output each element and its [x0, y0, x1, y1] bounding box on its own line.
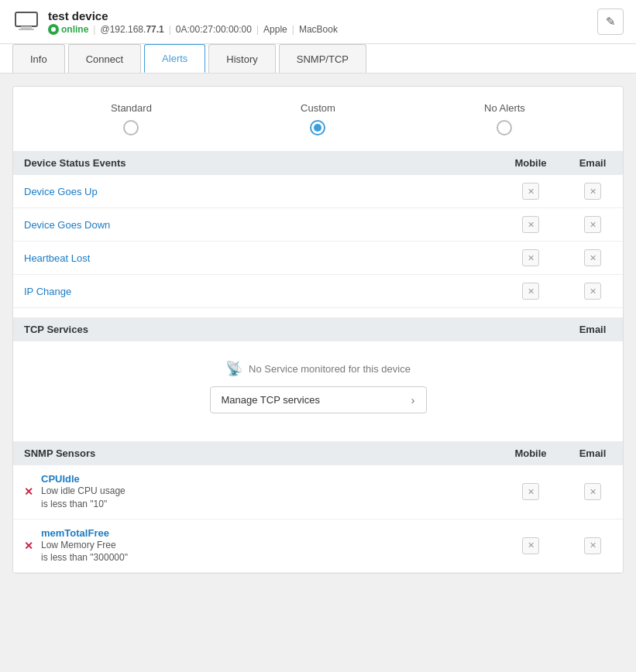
snmp-title: SNMP Sensors — [24, 447, 95, 459]
device-status-cols: Mobile Email — [511, 157, 612, 169]
memtotalfree-email-cell: ✕ — [573, 537, 612, 554]
snmp-memtotalfree-desc1: Low Memory Free — [41, 540, 116, 550]
goes-up-email-checkbox[interactable]: ✕ — [584, 183, 601, 200]
snmp-cpuidle-checkboxes: ✕ ✕ — [511, 483, 612, 500]
snmp-memtotalfree-checkboxes: ✕ ✕ — [511, 537, 612, 554]
tab-alerts[interactable]: Alerts — [144, 44, 205, 73]
tab-history[interactable]: History — [208, 44, 275, 73]
tab-connect[interactable]: Connect — [68, 44, 141, 73]
edit-icon: ✎ — [606, 15, 616, 29]
goes-down-email-checkbox[interactable]: ✕ — [584, 216, 601, 233]
goes-down-mobile-checkbox[interactable]: ✕ — [522, 216, 539, 233]
vendor1: Apple — [263, 24, 287, 35]
event-checkboxes-goes-up: ✕ ✕ — [511, 183, 612, 200]
radio-custom-input[interactable] — [310, 120, 325, 135]
snmp-memtotalfree-desc2: is less than "300000" — [41, 552, 128, 563]
tcp-email-label: Email — [573, 324, 612, 335]
svg-rect-0 — [15, 12, 37, 26]
tcp-empty: 📡 No Service monitored for this device M… — [13, 341, 623, 432]
goes-up-mobile-cell: ✕ — [511, 183, 550, 200]
heartbeat-mobile-cell: ✕ — [511, 249, 550, 266]
ip-at: @192.168. — [100, 24, 146, 35]
snmp-cols: Mobile Email — [511, 447, 612, 459]
device-meta: online | @192.168.77.1 | 0A:00:27:00:00:… — [48, 24, 338, 35]
radio-no-alerts: No Alerts — [484, 102, 525, 135]
device-status-title: Device Status Events — [24, 157, 126, 169]
manage-tcp-label: Manage TCP services — [222, 394, 320, 406]
main-content: Standard Custom No Alerts Device Status … — [0, 74, 636, 586]
tcp-empty-row: 📡 No Service monitored for this device — [225, 360, 411, 377]
ip-change-mobile-checkbox[interactable]: ✕ — [522, 283, 539, 300]
device-icon — [12, 8, 40, 36]
device-info: test device online | @192.168.77.1 | 0A:… — [48, 9, 338, 35]
status-text: online — [61, 24, 88, 35]
tcp-header: TCP Services Email — [13, 317, 623, 341]
svg-rect-1 — [21, 26, 32, 29]
separator4: | — [292, 24, 294, 35]
manage-tcp-button[interactable]: Manage TCP services › — [210, 386, 427, 413]
device-status-header: Device Status Events Mobile Email — [13, 151, 623, 175]
event-name-goes-up: Device Goes Up — [24, 186, 511, 197]
event-checkboxes-goes-down: ✕ ✕ — [511, 216, 612, 233]
heartbeat-email-cell: ✕ — [573, 249, 612, 266]
snmp-memtotalfree-desc: Low Memory Free is less than "300000" — [41, 539, 128, 565]
vendor2: MacBook — [299, 24, 338, 35]
device-mac: 0A:00:27:00:00:00 — [176, 24, 252, 35]
tab-info[interactable]: Info — [12, 44, 65, 73]
radio-standard-input[interactable] — [123, 120, 139, 135]
ip-change-email-cell: ✕ — [573, 283, 612, 300]
goes-down-mobile-cell: ✕ — [511, 216, 550, 233]
separator3: | — [256, 24, 259, 35]
snmp-row-memtotalfree: ✕ memTotalFree Low Memory Free is less t… — [13, 519, 623, 574]
event-row-heartbeat-lost: Heartbeat Lost ✕ ✕ — [13, 242, 623, 275]
heartbeat-email-checkbox[interactable]: ✕ — [584, 249, 601, 266]
snmp-cpuidle-name: CPUIdle — [41, 473, 125, 485]
event-row-device-goes-up: Device Goes Up ✕ ✕ — [13, 175, 623, 208]
tcp-section: TCP Services Email 📡 No Service monitore… — [13, 317, 623, 432]
snmp-cpuidle-info: CPUIdle Low idle CPU usage is less than … — [41, 473, 125, 511]
edit-button[interactable]: ✎ — [597, 9, 624, 35]
snmp-cpuidle-delete[interactable]: ✕ — [24, 485, 33, 498]
ip-change-mobile-cell: ✕ — [511, 283, 550, 300]
no-service-icon: 📡 — [225, 360, 242, 377]
event-name-ip-change: IP Change — [24, 286, 511, 297]
radio-standard: Standard — [111, 102, 152, 135]
device-header-left: test device online | @192.168.77.1 | 0A:… — [12, 8, 338, 36]
snmp-cpuidle-desc2: is less than "10" — [41, 499, 107, 509]
device-ip: @192.168.77.1 — [100, 24, 163, 35]
col-email-label: Email — [573, 157, 612, 169]
memtotalfree-email-checkbox[interactable]: ✕ — [584, 537, 601, 554]
tab-bar: Info Connect Alerts History SNMP/TCP — [0, 44, 636, 74]
snmp-header: SNMP Sensors Mobile Email — [13, 441, 623, 465]
event-name-goes-down: Device Goes Down — [24, 219, 511, 231]
radio-custom-label: Custom — [301, 102, 335, 114]
snmp-memtotalfree-info: memTotalFree Low Memory Free is less tha… — [41, 527, 128, 565]
ip-bold: 77.1 — [146, 24, 163, 35]
snmp-memtotalfree-delete[interactable]: ✕ — [24, 540, 33, 552]
snmp-memtotalfree-left: ✕ memTotalFree Low Memory Free is less t… — [24, 527, 511, 565]
event-row-device-goes-down: Device Goes Down ✕ ✕ — [13, 208, 623, 242]
snmp-section: SNMP Sensors Mobile Email ✕ CPUIdle Low … — [13, 441, 623, 573]
memtotalfree-mobile-checkbox[interactable]: ✕ — [522, 537, 539, 554]
radio-no-alerts-input[interactable] — [497, 120, 512, 135]
ip-change-email-checkbox[interactable]: ✕ — [584, 283, 601, 300]
snmp-mobile-label: Mobile — [511, 447, 550, 459]
radio-custom: Custom — [301, 102, 335, 135]
separator2: | — [169, 24, 171, 35]
device-header: test device online | @192.168.77.1 | 0A:… — [0, 0, 636, 44]
event-checkboxes-heartbeat: ✕ ✕ — [511, 249, 612, 266]
cpuidle-email-checkbox[interactable]: ✕ — [584, 483, 601, 500]
snmp-memtotalfree-name: memTotalFree — [41, 527, 128, 539]
tab-snmptcp[interactable]: SNMP/TCP — [279, 44, 366, 73]
cpuidle-mobile-cell: ✕ — [511, 483, 550, 500]
device-name: test device — [48, 9, 338, 22]
tcp-title: TCP Services — [24, 324, 88, 335]
cpuidle-email-cell: ✕ — [573, 483, 612, 500]
heartbeat-mobile-checkbox[interactable]: ✕ — [522, 249, 539, 266]
snmp-cpuidle-desc1: Low idle CPU usage — [41, 485, 125, 496]
cpuidle-mobile-checkbox[interactable]: ✕ — [522, 483, 539, 500]
svg-rect-2 — [19, 29, 34, 30]
goes-up-email-cell: ✕ — [573, 183, 612, 200]
goes-up-mobile-checkbox[interactable]: ✕ — [522, 183, 539, 200]
event-name-heartbeat: Heartbeat Lost — [24, 252, 511, 264]
